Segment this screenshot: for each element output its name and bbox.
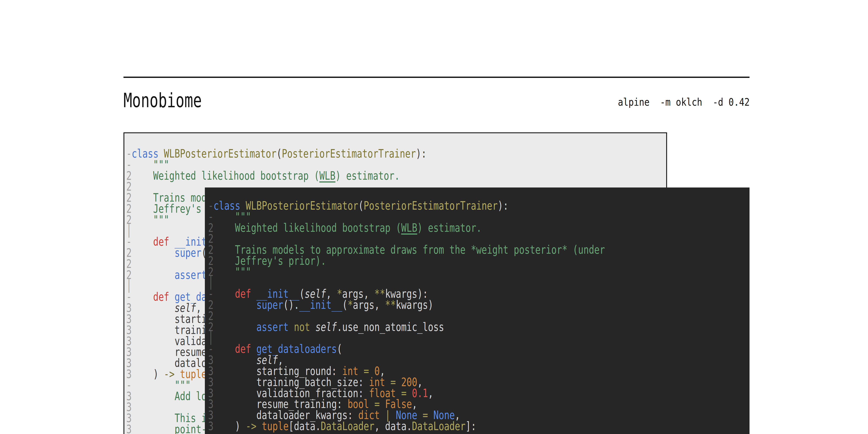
code-token	[214, 320, 256, 334]
code-token: WLBPosteriorEstimator	[246, 199, 358, 212]
code-token: ) estimator.	[417, 221, 482, 235]
code-token: super	[175, 246, 202, 259]
code-token: Add lo	[132, 389, 207, 403]
code-panel-dark: -class WLBPosteriorEstimator(PosteriorEs…	[205, 187, 749, 434]
code-token: **	[385, 298, 396, 312]
page-title-text: Monobiome	[123, 91, 202, 110]
code-token: __init__	[299, 298, 342, 312]
code-token: assert	[256, 320, 289, 334]
theme-settings-readout: alpine -m oklch -d 0.42	[593, 97, 749, 107]
code-token: .use_non_atomic_loss	[337, 320, 444, 334]
code-token: (	[276, 147, 282, 160]
code-token: not	[294, 320, 310, 334]
code-token: ):	[498, 199, 508, 212]
code-token	[289, 320, 294, 334]
code-token: Weighted likelihood bootstrap (	[214, 221, 401, 235]
code-token: assert	[175, 268, 207, 282]
code-token: (	[337, 342, 342, 356]
code-token: [data.	[289, 419, 321, 433]
code-line: 2 """	[208, 267, 749, 278]
code-line: 2 assert not self.use_non_atomic_loss	[208, 321, 749, 333]
code-token: """	[132, 213, 169, 226]
code-token: DataLoader	[412, 419, 465, 433]
code-token: tuple	[262, 419, 289, 433]
code-token: DataLoader	[321, 419, 374, 433]
code-token: ,	[428, 386, 433, 400]
code-token: , data.	[374, 419, 412, 433]
code-line: - def get_dataloaders(	[208, 343, 749, 354]
gutter-cell: 3	[208, 419, 214, 433]
code-token: (	[358, 199, 364, 212]
code-token: super	[256, 298, 283, 312]
page-title: Monobiome	[123, 91, 229, 110]
code-token: PosteriorEstimatorTrainer	[364, 199, 498, 212]
code-line: 2 Jeffrey's prior).	[208, 255, 749, 267]
code-token: PosteriorEstimatorTrainer	[282, 147, 416, 160]
code-token: self	[315, 320, 337, 334]
code-token: ) estimator.	[336, 169, 400, 183]
page: Monobiome alpine -m oklch -d 0.42 -class…	[0, 0, 868, 434]
code-line: 2 Weighted likelihood bootstrap (WLB) es…	[126, 170, 667, 181]
code-token: WLBPosteriorEstimator	[164, 147, 276, 160]
code-token	[310, 320, 315, 334]
code-token: Weighted likelihood bootstrap (	[132, 169, 319, 183]
code-line: 3 ) -> tuple[data.DataLoader, data.DataL…	[208, 421, 749, 432]
gutter-cell: 3	[126, 422, 132, 434]
code-token: """	[214, 265, 251, 279]
code-token	[132, 268, 175, 282]
code-token	[256, 419, 262, 433]
code-token: ):	[416, 147, 426, 160]
code-line: -class WLBPosteriorEstimator(PosteriorEs…	[126, 148, 667, 159]
code-token: WLB	[319, 169, 336, 183]
code-line: 2 super().__init__(*args, **kwargs)	[208, 300, 749, 311]
theme-settings-text: alpine -m oklch -d 0.42	[618, 97, 749, 107]
code-token	[214, 298, 256, 312]
code-token: args,	[353, 298, 385, 312]
code-token: kwargs)	[396, 298, 433, 312]
code-token: ]:	[465, 419, 476, 433]
code-token: *	[348, 298, 353, 312]
code-token	[132, 246, 175, 259]
code-token: ->	[246, 419, 256, 433]
code-line: 2 Weighted likelihood bootstrap (WLB) es…	[208, 222, 749, 234]
header-rule	[123, 76, 749, 78]
code-token: )	[214, 419, 246, 433]
code-line: -class WLBPosteriorEstimator(PosteriorEs…	[208, 200, 749, 211]
code-token: (	[342, 298, 348, 312]
code-block-dark: -class WLBPosteriorEstimator(PosteriorEs…	[205, 187, 749, 432]
code-token: WLB	[401, 221, 417, 235]
code-token: point-	[132, 422, 207, 434]
code-token: ().	[283, 298, 299, 312]
